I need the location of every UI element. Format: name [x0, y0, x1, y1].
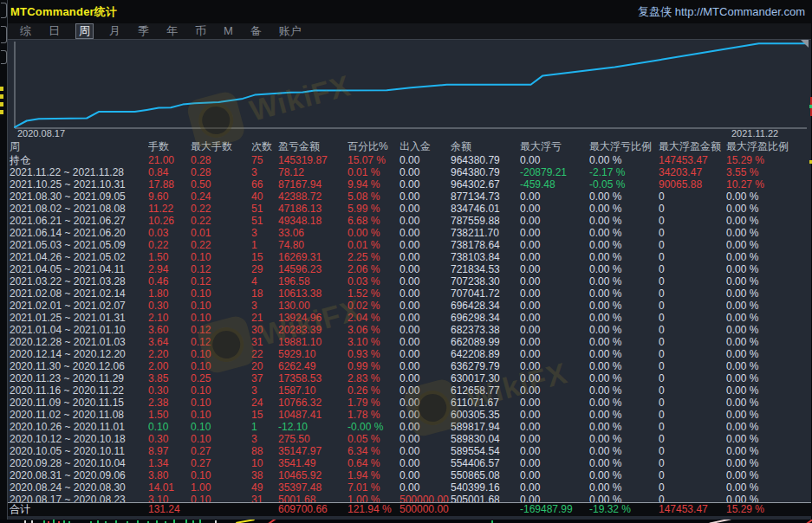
value-cell: 0.00 %: [589, 239, 659, 251]
table-row[interactable]: 2021.02.01 ~ 2021.02.070.300.103130.000.…: [8, 300, 811, 312]
table-row[interactable]: 2020.12.28 ~ 2021.01.033.640.123119881.1…: [8, 336, 811, 348]
table-row[interactable]: 2021.01.25 ~ 2021.01.312.100.102113924.9…: [8, 312, 811, 324]
value-cell: 738211.70: [451, 227, 520, 239]
table-row[interactable]: 2021.06.14 ~ 2021.06.200.030.01333.060.0…: [8, 227, 811, 239]
brand-link[interactable]: 复盘侠 http://MTCommander.com: [638, 4, 805, 20]
table-row[interactable]: 2020.11.23 ~ 2020.11.293.850.253717358.5…: [8, 372, 811, 384]
table-row[interactable]: 2020.10.12 ~ 2020.10.180.300.103275.500.…: [8, 433, 811, 445]
value-cell: 0.30: [148, 300, 191, 312]
table-row[interactable]: 2020.10.05 ~ 2020.10.118.970.278835147.9…: [8, 445, 811, 457]
value-cell: 0: [659, 324, 726, 336]
value-cell: 0.00: [400, 215, 451, 227]
table-row[interactable]: 2021.05.03 ~ 2021.05.090.220.22174.800.0…: [8, 239, 811, 251]
value-cell: 500000.00: [400, 503, 451, 516]
menu-item-周[interactable]: 周: [75, 23, 94, 39]
column-header: 盈亏金额: [278, 139, 348, 154]
value-cell: 196.58: [278, 275, 348, 287]
table-row[interactable]: 2020.11.02 ~ 2020.11.081.500.101510487.4…: [8, 409, 811, 421]
period-cell: 2021.03.22 ~ 2021.03.28: [10, 275, 148, 287]
value-cell: 1: [251, 421, 278, 433]
table-row[interactable]: 2020.09.28 ~ 2020.10.041.340.27103541.49…: [8, 457, 811, 469]
table-row[interactable]: 2020.08.24 ~ 2020.08.3014.011.004935397.…: [8, 481, 811, 494]
value-cell: 0.22: [191, 215, 251, 227]
table-row[interactable]: 2020.10.26 ~ 2020.11.010.100.101-12.10-0…: [8, 421, 811, 433]
value-cell: 0.00: [520, 324, 589, 336]
value-cell: 0.46: [148, 275, 191, 287]
table-row[interactable]: 2021.03.22 ~ 2021.03.280.460.124196.580.…: [8, 275, 811, 287]
value-cell: 0.10: [191, 409, 251, 421]
column-header: 最大浮亏: [520, 139, 589, 154]
value-cell: 1.94 %: [348, 469, 400, 481]
value-cell: 0.00 %: [726, 445, 811, 457]
table-row[interactable]: 2021.08.02 ~ 2021.08.0811.220.225147186.…: [8, 203, 811, 215]
value-cell: 0.27: [191, 457, 251, 469]
value-cell: 51: [251, 203, 278, 215]
table-row[interactable]: 2021.01.04 ~ 2021.01.103.600.123020283.3…: [8, 324, 811, 336]
menu-item-账户[interactable]: 账户: [277, 24, 303, 38]
table-row[interactable]: 2020.12.14 ~ 2020.12.202.200.10225929.10…: [8, 348, 811, 360]
menu-item-月[interactable]: 月: [107, 24, 122, 38]
value-cell: 0.00 %: [726, 251, 811, 263]
table-total-row[interactable]: 合计131.24609700.66121.94 %500000.00-16948…: [8, 502, 811, 516]
menu-item-日[interactable]: 日: [47, 24, 62, 38]
value-cell: 6.34 %: [348, 445, 400, 457]
menu-item-备[interactable]: 备: [249, 24, 263, 38]
menu-item-M[interactable]: M: [222, 24, 235, 38]
table-row[interactable]: 2020.11.09 ~ 2020.11.152.380.102410766.3…: [8, 397, 811, 409]
value-cell: 0.00 %: [726, 372, 811, 384]
value-cell: 0.00 %: [589, 300, 659, 312]
title-bar: MTCommander统计 复盘侠 http://MTCommander.com: [8, 0, 811, 23]
value-cell: 0.00 %: [589, 348, 659, 360]
value-cell: 0.00: [520, 445, 589, 457]
value-cell: 0: [659, 457, 726, 469]
value-cell: 2.00: [148, 360, 191, 372]
value-cell: 0.00 %: [589, 154, 659, 166]
menu-item-综[interactable]: 综: [18, 24, 33, 38]
value-cell: 22: [251, 348, 278, 360]
value-cell: 0.00: [400, 421, 451, 433]
table-row[interactable]: 2021.02.08 ~ 2021.02.141.800.101810613.3…: [8, 287, 811, 300]
value-cell: 0.10: [191, 421, 251, 433]
value-cell: 0.93 %: [348, 348, 400, 360]
value-cell: 47186.13: [278, 203, 348, 215]
value-cell: 24: [251, 397, 278, 409]
table-row[interactable]: 2020.08.31 ~ 2020.09.063.800.103810465.9…: [8, 469, 811, 481]
value-cell: 0.25: [191, 372, 251, 384]
table-row[interactable]: 2021.06.21 ~ 2021.06.2710.260.225149348.…: [8, 215, 811, 227]
period-cell: 2020.11.23 ~ 2020.11.29: [10, 372, 148, 384]
value-cell: 10766.32: [278, 397, 348, 409]
value-cell: 0.00: [400, 409, 451, 421]
value-cell: 0.00: [400, 239, 451, 251]
value-cell: 35397.48: [278, 481, 348, 494]
table-row[interactable]: 2021.10.25 ~ 2021.10.3117.880.506687167.…: [8, 178, 811, 190]
value-cell: 3.55 %: [726, 166, 811, 178]
value-cell: 34203.47: [659, 166, 726, 178]
table-row[interactable]: 2021.04.26 ~ 2021.05.021.500.101516269.3…: [8, 251, 811, 263]
value-cell: 0.00: [520, 275, 589, 287]
left-edge-artifact: [0, 0, 7, 523]
table-row[interactable]: 2020.11.16 ~ 2020.11.220.300.1031587.100…: [8, 384, 811, 397]
value-cell: 0.00 %: [726, 336, 811, 348]
value-cell: 51: [251, 215, 278, 227]
value-cell: 2.20: [148, 348, 191, 360]
value-cell: 0.64 %: [348, 457, 400, 469]
table-row[interactable]: 2021.11.22 ~ 2021.11.280.840.28378.120.0…: [8, 166, 811, 178]
menu-item-币[interactable]: 币: [193, 24, 208, 38]
table-row[interactable]: 持仓21.000.2875145319.8715.07 %0.00964380.…: [8, 154, 811, 166]
table-row[interactable]: 2021.08.30 ~ 2021.09.059.600.244042388.7…: [8, 190, 811, 203]
table-row[interactable]: 2021.04.05 ~ 2021.04.112.940.122914596.2…: [8, 263, 811, 275]
menu-item-年[interactable]: 年: [165, 24, 179, 38]
value-cell: 2.83 %: [348, 372, 400, 384]
value-cell: 0.00 %: [726, 409, 811, 421]
value-cell: 17.88: [148, 178, 191, 190]
value-cell: 3: [251, 227, 278, 239]
value-cell: 19881.10: [278, 336, 348, 348]
value-cell: 0.00: [520, 384, 589, 397]
menu-item-季[interactable]: 季: [136, 24, 151, 38]
value-cell: 2.94: [148, 263, 191, 275]
table-row[interactable]: 2020.11.30 ~ 2020.12.062.000.10206262.49…: [8, 360, 811, 372]
column-header: 百分比%: [348, 139, 400, 154]
value-cell: 0.00: [400, 190, 451, 203]
value-cell: -12.10: [278, 421, 348, 433]
value-cell: 8.97: [148, 445, 191, 457]
